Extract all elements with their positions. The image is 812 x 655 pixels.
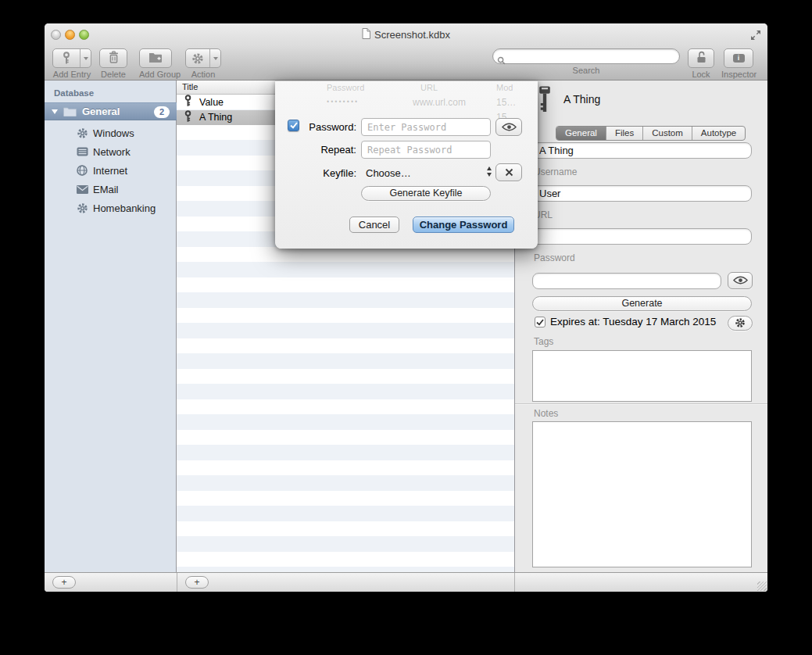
sidebar-item-homebanking[interactable]: Homebanking <box>45 199 177 217</box>
clear-keyfile-button[interactable] <box>495 163 522 181</box>
disclosure-triangle-icon[interactable] <box>52 109 58 114</box>
delete-button[interactable]: Delete <box>99 48 127 79</box>
gear-icon <box>186 49 209 67</box>
ghost-password-dots: •••••••• <box>327 98 359 106</box>
cancel-button[interactable]: Cancel <box>349 217 399 233</box>
tags-box[interactable] <box>532 350 752 402</box>
footer-divider <box>514 573 515 592</box>
sheet-keyfile-label: Keyfile: <box>299 167 356 179</box>
add-group-footer-button[interactable]: + <box>52 576 76 589</box>
folder-plus-icon <box>148 52 163 66</box>
expires-label: Expires at: Tuesday 17 March 2015 <box>550 316 716 328</box>
add-entry-button[interactable]: Add Entry <box>52 48 91 79</box>
ghost-column-password: Password <box>327 83 364 92</box>
key-icon <box>184 95 191 109</box>
tab-general[interactable]: General <box>556 127 606 140</box>
add-group-button[interactable]: Add Group <box>139 48 172 79</box>
search-label: Search <box>492 66 680 75</box>
sidebar-item-label: EMail <box>93 184 119 195</box>
resize-grip[interactable] <box>757 582 767 591</box>
inspector-panel: A Thing General Files Custom Autotype Us… <box>514 81 767 572</box>
show-password-button[interactable] <box>728 272 753 289</box>
ghost-modified-value: 15… <box>496 97 516 108</box>
folder-icon <box>63 107 77 116</box>
sidebar-group-general[interactable]: General 2 <box>45 102 177 120</box>
username-field[interactable] <box>532 185 752 202</box>
inspector-label: Inspector <box>721 70 756 79</box>
action-button[interactable]: Action <box>185 48 221 79</box>
generate-password-button[interactable]: Generate <box>532 296 752 311</box>
server-icon <box>76 147 88 156</box>
sidebar-header: Database <box>54 88 94 98</box>
footer-bar: + + <box>45 572 767 592</box>
lock-button[interactable]: Lock <box>688 48 714 79</box>
sidebar-item-windows[interactable]: Windows <box>45 123 177 142</box>
eye-icon <box>733 274 748 288</box>
tab-files[interactable]: Files <box>606 127 642 140</box>
change-password-sheet: Password URL Mod •••••••• www.url.com 15… <box>275 81 538 249</box>
password-enabled-checkbox[interactable] <box>288 120 299 131</box>
column-header-title[interactable]: Title <box>182 82 198 91</box>
tab-custom[interactable]: Custom <box>642 127 692 140</box>
sidebar-item-label: Network <box>93 146 131 158</box>
sheet-repeat-input[interactable] <box>361 141 491 159</box>
desktop: Screenshot.kdbx Add Entry Delete <box>0 0 812 655</box>
toolbar: Add Entry Delete Add Group <box>45 46 767 81</box>
notes-label: Notes <box>534 408 558 419</box>
add-entry-dropdown-icon[interactable] <box>80 49 91 67</box>
ghost-column-url: URL <box>420 83 438 92</box>
password-label: Password <box>534 252 575 263</box>
sidebar-group-label: General <box>82 106 120 117</box>
inspector-tabs: General Files Custom Autotype <box>556 126 746 141</box>
tab-autotype[interactable]: Autotype <box>692 127 745 140</box>
url-field[interactable] <box>532 228 752 245</box>
eye-icon <box>502 120 517 134</box>
envelope-icon <box>76 185 88 194</box>
add-entry-label: Add Entry <box>52 70 91 79</box>
globe-icon <box>76 165 88 176</box>
generate-keyfile-button[interactable]: Generate Keyfile <box>361 186 491 201</box>
window-title-group: Screenshot.kdbx <box>45 23 767 46</box>
tags-label: Tags <box>534 336 553 347</box>
sidebar-item-internet[interactable]: Internet <box>45 161 177 180</box>
password-field[interactable] <box>532 273 721 289</box>
expires-checkbox[interactable] <box>535 317 546 328</box>
inspector-entry-title: A Thing <box>563 93 600 106</box>
x-icon <box>505 166 513 180</box>
add-entry-footer-button[interactable]: + <box>185 576 209 589</box>
change-password-button[interactable]: Change Password <box>413 217 514 233</box>
sidebar-item-label: Homebanking <box>93 202 156 214</box>
sheet-password-input[interactable] <box>361 118 491 136</box>
title-bar: Screenshot.kdbx <box>45 23 767 46</box>
gear-icon <box>735 317 746 328</box>
trash-icon <box>109 51 119 66</box>
inspector-button[interactable]: i Inspector <box>721 48 756 79</box>
expires-settings-button[interactable] <box>728 316 753 331</box>
sheet-show-password-button[interactable] <box>495 118 522 136</box>
sidebar-item-label: Windows <box>93 127 134 139</box>
add-group-label: Add Group <box>139 70 172 79</box>
app-window: Screenshot.kdbx Add Entry Delete <box>45 23 767 592</box>
popup-stepper-icon[interactable] <box>487 166 492 177</box>
action-dropdown-icon[interactable] <box>209 49 220 67</box>
fullscreen-icon[interactable] <box>749 29 762 41</box>
search-icon <box>497 54 506 68</box>
sidebar-item-email[interactable]: EMail <box>45 180 177 199</box>
ghost-column-modified: Mod <box>496 83 513 92</box>
gear-icon <box>76 202 88 214</box>
sidebar: Database General 2 Windows Network <box>45 81 177 572</box>
notes-box[interactable] <box>532 421 752 567</box>
inspector-info-icon: i <box>733 54 745 63</box>
document-icon <box>362 28 370 42</box>
key-icon <box>184 110 191 125</box>
ghost-url-value: www.url.com <box>413 97 466 108</box>
sidebar-group-count-badge: 2 <box>154 106 170 118</box>
username-label: Username <box>534 166 577 177</box>
key-icon-large <box>537 85 553 117</box>
search-input[interactable] <box>492 48 680 64</box>
sidebar-item-label: Internet <box>93 165 127 177</box>
sheet-password-label: Password: <box>299 121 356 133</box>
keyfile-popup[interactable]: Choose… <box>366 167 411 179</box>
title-field[interactable] <box>532 142 752 159</box>
sidebar-item-network[interactable]: Network <box>45 142 177 161</box>
